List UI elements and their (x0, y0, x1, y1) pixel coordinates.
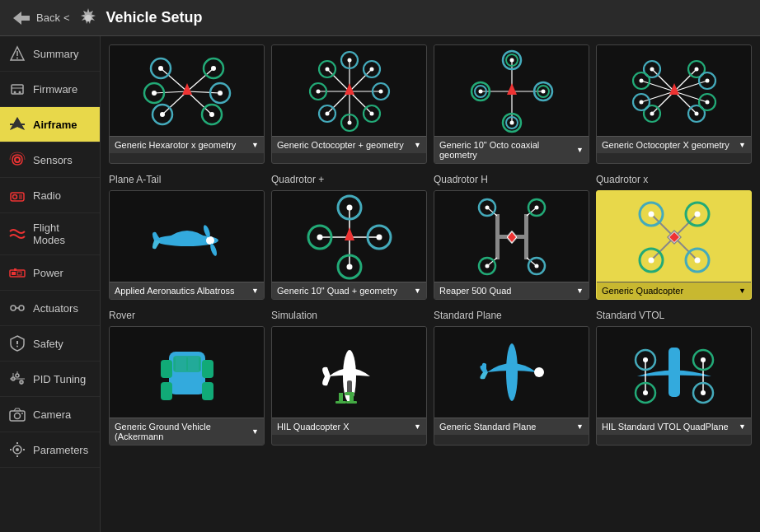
dropdown-text: Generic Hexarotor x geometry (115, 140, 236, 150)
vehicle-card-reaper[interactable]: Reaper 500 Quad ▼ (434, 190, 589, 300)
sidebar-item-power[interactable]: Power (0, 255, 100, 291)
svg-point-57 (218, 91, 223, 96)
svg-point-102 (478, 89, 482, 93)
vehicle-card-hexarotor-x[interactable]: Generic Hexarotor x geometry ▼ (109, 44, 265, 164)
dropdown-text: Generic Quadcopter (602, 286, 683, 296)
vehicle-dropdown-octocopter-plus[interactable]: Generic Octocopter + geometry ▼ (272, 136, 426, 153)
vehicle-card-octo-coaxial[interactable]: Generic 10" Octo coaxial geometry ▼ (434, 44, 589, 164)
svg-point-147 (317, 234, 322, 240)
svg-rect-198 (345, 392, 354, 395)
sidebar-label-parameters: Parameters (33, 444, 88, 456)
sidebar-item-actuators[interactable]: Actuators (0, 291, 100, 326)
vehicle-image-vtol-quad (597, 327, 751, 418)
vehicle-dropdown-quad-plus[interactable]: Generic 10" Quad + geometry ▼ (272, 282, 426, 299)
vehicle-card-standard-plane[interactable]: Generic Standard Plane ▼ (434, 326, 589, 446)
category-label-quadrotor-x: Quadrotor x (596, 174, 752, 185)
svg-point-55 (152, 91, 157, 96)
svg-point-119 (694, 67, 698, 71)
svg-point-29 (16, 374, 19, 377)
sidebar-item-flight-modes[interactable]: Flight Modes (0, 213, 100, 255)
dropdown-text: Generic 10" Octo coaxial geometry (439, 140, 575, 160)
svg-marker-106 (507, 83, 517, 95)
svg-rect-197 (347, 380, 352, 394)
vehicle-card-vtol-quad[interactable]: HIL Standard VTOL QuadPlane ▼ (596, 326, 752, 446)
svg-point-123 (694, 111, 698, 115)
svg-point-87 (369, 111, 373, 115)
sidebar-item-radio[interactable]: Radio (0, 178, 100, 213)
sidebar-item-safety[interactable]: Safety (0, 326, 100, 362)
svg-rect-19 (14, 268, 16, 271)
svg-rect-191 (202, 382, 213, 400)
flightmodes-icon (8, 225, 26, 243)
sidebar-item-sensors[interactable]: Sensors (0, 142, 100, 178)
svg-point-131 (705, 100, 709, 104)
svg-point-149 (376, 234, 382, 240)
vehicle-dropdown-hil-quad[interactable]: HIL Quadcopter X ▼ (272, 418, 426, 435)
vehicle-card-hil-quad[interactable]: HIL Quadcopter X ▼ (271, 326, 427, 446)
svg-point-38 (16, 448, 19, 451)
vehicle-image-quadcopter (597, 191, 751, 282)
svg-point-211 (643, 390, 648, 395)
app-header: Back < Vehicle Setup (0, 0, 760, 36)
svg-point-35 (15, 413, 21, 419)
dropdown-text: Generic 10" Quad + geometry (277, 286, 397, 296)
vehicle-card-octocopter-plus[interactable]: Generic Octocopter + geometry ▼ (271, 44, 427, 164)
vehicle-dropdown-albatross[interactable]: Applied Aeronautics Albatross ▼ (110, 282, 264, 299)
vehicle-dropdown-quadcopter[interactable]: Generic Quadcopter ▼ (597, 282, 751, 299)
vehicle-card-rover[interactable]: Generic Ground Vehicle (Ackermann ▼ (109, 326, 265, 446)
sidebar-label-camera: Camera (33, 408, 71, 421)
svg-point-134 (206, 236, 214, 245)
vehicle-card-octocopter-x[interactable]: Generic Octocopter X geometry ▼ (596, 44, 752, 164)
vehicle-card-quadcopter[interactable]: Generic Quadcopter ▼ (596, 190, 752, 300)
vehicle-dropdown-octocopter-x[interactable]: Generic Octocopter X geometry ▼ (597, 136, 751, 153)
sidebar-label-safety: Safety (33, 338, 63, 350)
svg-point-77 (316, 89, 320, 93)
svg-point-75 (347, 120, 351, 124)
svg-marker-150 (345, 227, 354, 240)
svg-line-45 (187, 68, 213, 91)
vehicle-dropdown-vtol-quad[interactable]: HIL Standard VTOL QuadPlane ▼ (597, 418, 751, 435)
vehicle-dropdown-octo-coaxial[interactable]: Generic 10" Octo coaxial geometry ▼ (434, 136, 589, 163)
vehicle-dropdown-rover[interactable]: Generic Ground Vehicle (Ackermann ▼ (110, 418, 264, 445)
vehicle-card-albatross[interactable]: Applied Aeronautics Albatross ▼ (109, 190, 265, 300)
vehicle-dropdown-hexarotor-x[interactable]: Generic Hexarotor x geometry ▼ (110, 136, 264, 153)
airframe-icon (8, 115, 26, 133)
sidebar-item-parameters[interactable]: Parameters (0, 432, 100, 468)
main-layout: Summary Firmware Airframe (0, 36, 760, 532)
dropdown-text: Generic Standard Plane (439, 422, 536, 432)
svg-point-176 (648, 211, 654, 217)
camera-icon (8, 405, 26, 423)
svg-point-117 (650, 67, 654, 71)
vehicle-image-rover (110, 327, 264, 418)
svg-point-7 (14, 91, 16, 94)
svg-point-136 (209, 242, 218, 256)
svg-point-125 (639, 78, 643, 82)
svg-point-53 (211, 66, 216, 71)
svg-point-209 (701, 357, 706, 362)
sidebar-item-camera[interactable]: Camera (0, 397, 100, 432)
svg-line-49 (187, 91, 212, 114)
svg-rect-188 (161, 360, 172, 378)
category-label-quadrotor-h: Quadrotor H (434, 174, 589, 185)
sidebar-item-airframe[interactable]: Airframe (0, 107, 100, 142)
sidebar-item-pid-tuning[interactable]: PID Tuning (0, 362, 100, 397)
sidebar: Summary Firmware Airframe (0, 36, 101, 532)
vehicle-dropdown-reaper[interactable]: Reaper 500 Quad ▼ (434, 282, 589, 299)
vehicle-card-quad-plus[interactable]: Generic 10" Quad + geometry ▼ (271, 190, 427, 300)
content-area: Generic Hexarotor x geometry ▼ (101, 36, 760, 532)
svg-point-178 (694, 211, 700, 217)
dropdown-text: HIL Quadcopter X (277, 422, 350, 432)
sidebar-item-summary[interactable]: Summary (0, 36, 100, 72)
sidebar-item-firmware[interactable]: Firmware (0, 72, 100, 107)
svg-marker-132 (669, 83, 679, 95)
svg-point-143 (346, 204, 352, 210)
dropdown-text: Applied Aeronautics Albatross (115, 286, 235, 296)
sidebar-label-summary: Summary (33, 48, 79, 60)
vehicle-dropdown-standard-plane[interactable]: Generic Standard Plane ▼ (434, 418, 589, 435)
separator: < (63, 12, 70, 24)
svg-point-83 (369, 67, 373, 71)
actuators-icon (8, 299, 26, 317)
svg-point-165 (485, 264, 489, 268)
back-button[interactable]: Back < (10, 7, 70, 30)
vehicle-image-octocopter-plus (272, 45, 426, 136)
